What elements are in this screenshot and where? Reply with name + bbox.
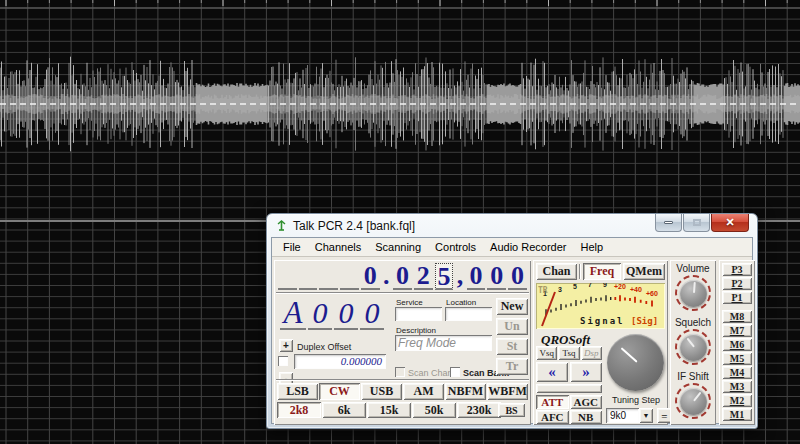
mode-button[interactable]: LSB (277, 383, 318, 400)
tab-qmem[interactable]: QMem (623, 263, 665, 280)
maximize-button (683, 214, 710, 232)
tab-freq[interactable]: Freq (583, 263, 621, 280)
filter-button[interactable]: 15k (367, 402, 411, 418)
m5-button[interactable]: M5 (722, 352, 752, 365)
mode-button[interactable]: USB (361, 383, 402, 400)
app-window: Talk PCR 2.4 [bank.fql] ✕ File Channels … (266, 213, 758, 429)
squelch-label: Squelch (670, 317, 716, 328)
m2-button[interactable]: M2 (722, 394, 752, 407)
duplex-offset-value[interactable]: 0.000000 (294, 354, 386, 369)
m6-button[interactable]: M6 (722, 338, 752, 351)
if-shift-knob[interactable] (675, 383, 711, 419)
menu-controls[interactable]: Controls (428, 239, 483, 255)
if-shift-knob-cap (680, 388, 707, 415)
tuning-knob[interactable] (607, 334, 664, 391)
p3-button[interactable]: P3 (722, 263, 752, 276)
mode-button[interactable]: NBFM (445, 383, 486, 400)
knob-panel: Volume Squelch IF Shift (670, 260, 716, 425)
freq-digit-cell[interactable] (319, 263, 338, 290)
p1-button[interactable]: P1 (722, 291, 752, 304)
mode-button[interactable]: WBFM (487, 383, 528, 400)
m3-button[interactable]: M3 (722, 380, 752, 393)
menu-help[interactable]: Help (574, 239, 611, 255)
volume-knob[interactable] (675, 275, 711, 311)
new-channel-button[interactable]: New (496, 298, 528, 315)
scan-chan-label: Scan Chan (408, 368, 453, 378)
m4-button[interactable]: M4 (722, 366, 752, 379)
desktop: Talk PCR 2.4 [bank.fql] ✕ File Channels … (0, 0, 800, 444)
att-button[interactable]: ATT (536, 395, 569, 409)
st-button: St (496, 338, 528, 355)
toggle-row-2: AFC NB (536, 410, 602, 424)
minimize-button[interactable] (655, 214, 682, 232)
freq-digit-cell[interactable] (340, 263, 359, 290)
duplex-checkbox[interactable] (278, 356, 288, 366)
m1-button[interactable]: M1 (722, 408, 752, 421)
volume-knob-indicator (693, 282, 696, 293)
mode-button[interactable]: CW (319, 383, 360, 400)
menu-scanning[interactable]: Scanning (368, 239, 428, 255)
menu-channels[interactable]: Channels (308, 239, 368, 255)
tuning-step-dropdown-icon[interactable]: ▼ (639, 408, 653, 423)
display-tabs: Chan Freq QMem (536, 263, 665, 280)
freq-digit-cell[interactable]: 0 (393, 263, 412, 290)
filter-button[interactable]: 230k (457, 402, 501, 418)
meter-signal-label: Signal (580, 316, 625, 326)
freq-digit-cell[interactable]: 0 (361, 263, 380, 290)
menu-audio-recorder[interactable]: Audio Recorder (483, 239, 573, 255)
freq-comma: , (455, 263, 464, 290)
nb-button[interactable]: NB (570, 410, 603, 424)
step-down-button[interactable]: « (536, 362, 568, 382)
freq-digit-cell[interactable]: 0 (467, 263, 486, 290)
meter-tr-label: TR (538, 286, 548, 295)
vsq-button[interactable]: Vsq (536, 346, 557, 360)
m8-button[interactable]: M8 (722, 310, 752, 323)
bank-letter[interactable]: A (280, 298, 306, 330)
mode-button[interactable]: AM (403, 383, 444, 400)
freq-digit-cell[interactable]: 2 (414, 263, 433, 290)
channel-digit[interactable]: 0 (360, 298, 384, 330)
step-up-button[interactable]: » (570, 362, 602, 382)
freq-digit-cell[interactable] (278, 263, 297, 290)
svg-text:+60: +60 (646, 290, 658, 297)
filter-button[interactable]: 2k8 (277, 402, 321, 418)
service-label: Service (396, 298, 423, 307)
close-button[interactable]: ✕ (711, 214, 749, 232)
m7-button[interactable]: M7 (722, 324, 752, 337)
filter-button[interactable]: 50k (412, 402, 456, 418)
freq-digit-cell[interactable]: 0 (508, 263, 527, 290)
channel-digit[interactable]: 0 (334, 298, 358, 330)
filter-button[interactable]: 6k (322, 402, 366, 418)
service-input[interactable] (395, 307, 442, 321)
freq-digit-cell[interactable] (299, 263, 318, 290)
tsq-button[interactable]: Tsq (558, 346, 579, 360)
menu-bar: File Channels Scanning Controls Audio Re… (272, 238, 752, 257)
bs-button[interactable]: BS (498, 403, 525, 417)
scan-bank-checkbox[interactable] (450, 367, 460, 377)
afc-button[interactable]: AFC (536, 410, 569, 424)
window-title: Talk PCR 2.4 [bank.fql] (293, 219, 415, 233)
description-label: Description (396, 326, 436, 335)
svg-text:7: 7 (588, 283, 592, 288)
menu-file[interactable]: File (276, 239, 308, 255)
freq-digit-cell[interactable]: 5 (435, 263, 454, 290)
minimize-icon (664, 221, 673, 224)
channel-digit[interactable]: 0 (308, 298, 332, 330)
squelch-knob[interactable] (675, 329, 711, 365)
tuning-step-label: Tuning Step (605, 395, 667, 405)
title-bar[interactable]: Talk PCR 2.4 [bank.fql] ✕ (267, 214, 757, 237)
freq-digit-cell[interactable]: 0 (487, 263, 506, 290)
agc-button[interactable]: AGC (570, 395, 603, 409)
scan-chan-checkbox (395, 367, 405, 377)
tab-chan[interactable]: Chan (536, 263, 577, 280)
p2-button[interactable]: P2 (722, 277, 752, 290)
app-icon (275, 219, 288, 232)
svg-text:5: 5 (573, 283, 577, 290)
window-body: File Channels Scanning Controls Audio Re… (271, 237, 753, 424)
if-shift-label: IF Shift (670, 371, 716, 382)
location-input[interactable] (445, 307, 492, 321)
tuning-step-value[interactable]: 9k0 (606, 408, 639, 423)
description-input[interactable] (395, 335, 492, 351)
blank-button[interactable] (536, 384, 602, 393)
duplex-plus-button[interactable]: + (279, 339, 293, 352)
